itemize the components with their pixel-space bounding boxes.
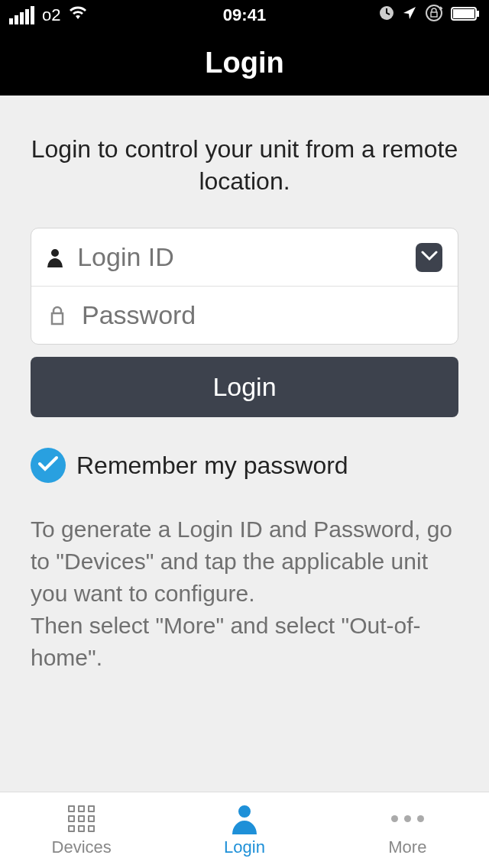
signal-icon (9, 6, 34, 24)
login-id-row (31, 228, 458, 286)
devices-grid-icon (68, 804, 95, 834)
help-text-block: To generate a Login ID and Password, go … (31, 513, 458, 674)
content-area: Login to control your unit from a remote… (0, 96, 489, 792)
remember-label: Remember my password (76, 452, 348, 480)
wifi-icon (68, 5, 88, 25)
clock-icon (379, 5, 394, 25)
subtitle-text: Login to control your unit from a remote… (31, 134, 458, 197)
nav-bar: Login (0, 31, 489, 96)
carrier-label: o2 (42, 5, 60, 25)
tab-devices[interactable]: Devices (0, 792, 163, 868)
tab-bar: Devices Login More (0, 792, 489, 868)
more-dots-icon (391, 804, 424, 834)
location-icon (402, 5, 417, 25)
login-id-dropdown-button[interactable] (416, 243, 442, 272)
tab-login-label: Login (224, 837, 265, 857)
tab-devices-label: Devices (52, 837, 112, 857)
page-title: Login (205, 47, 283, 79)
login-button[interactable]: Login (31, 357, 458, 417)
svg-rect-4 (453, 9, 474, 18)
svg-rect-3 (477, 11, 479, 17)
login-form-card (31, 228, 458, 345)
battery-icon (451, 5, 480, 25)
svg-point-1 (426, 5, 442, 21)
lock-icon (47, 306, 68, 326)
status-left: o2 (9, 5, 88, 25)
password-row (31, 286, 458, 344)
help-text-1: To generate a Login ID and Password, go … (31, 513, 458, 610)
login-person-icon (232, 804, 257, 834)
password-input[interactable] (82, 300, 442, 330)
orientation-lock-icon (425, 4, 443, 27)
remember-password-row[interactable]: Remember my password (31, 448, 458, 483)
person-icon (47, 248, 63, 267)
status-right (379, 4, 480, 27)
status-time: 09:41 (223, 5, 266, 25)
status-bar: o2 09:41 (0, 0, 489, 31)
check-icon (37, 455, 59, 475)
tab-more-label: More (388, 837, 426, 857)
chevron-down-icon (421, 251, 438, 264)
tab-more[interactable]: More (326, 792, 489, 868)
remember-checkbox[interactable] (31, 448, 66, 483)
help-text-2: Then select "More" and select "Out-of-ho… (31, 610, 458, 674)
login-id-input[interactable] (77, 242, 402, 272)
tab-login[interactable]: Login (163, 792, 325, 868)
